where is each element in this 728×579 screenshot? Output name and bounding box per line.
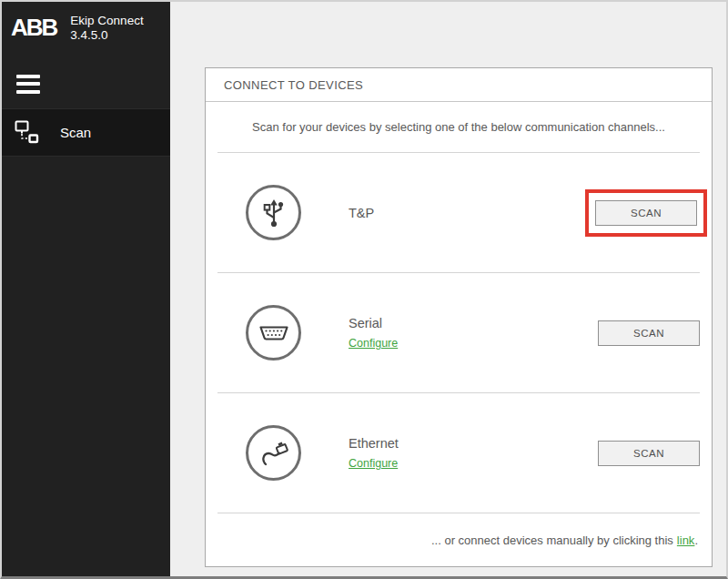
channel-row-serial: Serial Configure SCAN <box>206 273 712 392</box>
brand: ABB Ekip Connect 3.4.5.0 <box>2 2 170 44</box>
usb-icon <box>246 185 301 240</box>
sidebar-item-scan[interactable]: Scan <box>2 108 170 157</box>
abb-logo: ABB <box>11 15 56 39</box>
manual-connect-link[interactable]: link <box>677 533 695 547</box>
scan-button-ethernet[interactable]: SCAN <box>598 441 700 466</box>
app-window: ABB Ekip Connect 3.4.5.0 Scan CONNECT TO… <box>0 0 728 579</box>
scan-area: SCAN <box>585 189 700 237</box>
scan-button-tp[interactable]: SCAN <box>595 200 697 226</box>
network-scan-icon <box>14 118 41 146</box>
scan-button-serial[interactable]: SCAN <box>598 320 700 346</box>
menu-toggle-button[interactable] <box>16 75 40 94</box>
red-highlight-annotation: SCAN <box>585 189 707 237</box>
channel-name-tp: T&P <box>349 206 374 220</box>
channel-name-serial: Serial <box>349 316 398 330</box>
scan-area: SCAN <box>598 441 700 466</box>
hamburger-icon <box>16 75 40 78</box>
channel-row-tp: T&P SCAN <box>206 153 712 272</box>
scan-area: SCAN <box>598 320 700 346</box>
panel-title: CONNECT TO DEVICES <box>206 68 712 102</box>
footer-text: ... or connect devices manually by click… <box>431 533 673 547</box>
sidebar-item-label: Scan <box>60 125 91 140</box>
configure-link-ethernet[interactable]: Configure <box>349 457 398 470</box>
channel-info: T&P <box>349 206 374 220</box>
panel-footer: ... or connect devices manually by click… <box>206 513 712 566</box>
sidebar: ABB Ekip Connect 3.4.5.0 Scan <box>2 2 170 576</box>
channel-name-ethernet: Ethernet <box>349 436 399 451</box>
channel-info: Ethernet Configure <box>349 436 399 470</box>
serial-port-icon <box>246 305 301 361</box>
connect-panel: CONNECT TO DEVICES Scan for your devices… <box>205 67 713 567</box>
app-name: Ekip Connect <box>70 14 143 28</box>
footer-text-end: . <box>694 533 698 547</box>
configure-link-serial[interactable]: Configure <box>349 337 398 350</box>
ethernet-icon <box>246 425 301 481</box>
channel-info: Serial Configure <box>349 316 398 350</box>
app-info: Ekip Connect 3.4.5.0 <box>70 14 143 44</box>
panel-description: Scan for your devices by selecting one o… <box>206 102 712 152</box>
main-content: CONNECT TO DEVICES Scan for your devices… <box>170 2 726 576</box>
channel-row-ethernet: Ethernet Configure SCAN <box>206 393 712 513</box>
app-version: 3.4.5.0 <box>70 28 143 43</box>
